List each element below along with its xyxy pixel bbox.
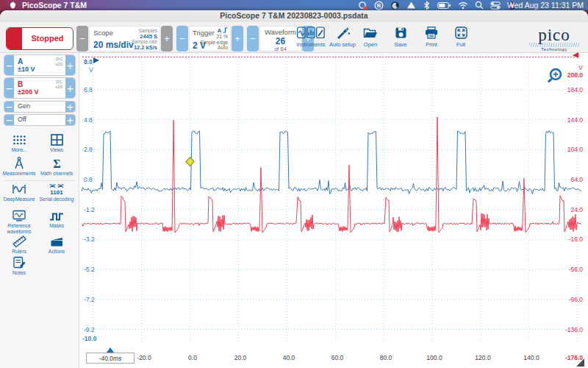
svg-text:1101: 1101 (50, 189, 63, 196)
timebase-decrease-button[interactable]: − (76, 26, 88, 52)
timebase-increase-button[interactable]: + (161, 26, 173, 52)
right-axis-tick-label[interactable]: 104.0 (535, 146, 583, 153)
waveform-previous-button[interactable]: − (247, 26, 259, 52)
off-decrease-button[interactable]: − (4, 115, 14, 125)
off-increase-button[interactable]: + (65, 115, 75, 125)
channel-b-id: B (18, 80, 23, 88)
moon-circle-icon[interactable] (390, 1, 400, 10)
scope-panel[interactable]: Scope 20 ms/div Samples 2445 S Sample ra… (89, 26, 160, 52)
sidebar-tool-more[interactable]: More... (1, 132, 37, 153)
time-reference-marker[interactable] (107, 347, 114, 353)
stop-start-button[interactable]: Stopped (6, 27, 74, 50)
left-axis-tick-label[interactable]: -3.2 (84, 236, 95, 243)
left-axis-tick-label[interactable]: -5.2 (84, 266, 95, 273)
left-axis-tick-label[interactable]: -9.2 (84, 326, 95, 333)
trigger-source: A (218, 27, 228, 34)
scope-panel-title: Scope (93, 29, 113, 37)
screen-record-icon[interactable] (358, 1, 368, 10)
left-axis-top-label[interactable]: 8.0 (84, 58, 93, 66)
generator-decrease-button[interactable]: − (4, 102, 14, 112)
left-axis-tick-label[interactable]: 0.8 (84, 176, 93, 183)
measurements-icon (1, 156, 37, 169)
trigger-mode: Simple edge (200, 40, 228, 45)
triangle-icon[interactable] (406, 1, 416, 10)
menubar-clock[interactable]: Wed Aug 23 11:31 PM (507, 0, 584, 10)
channel-a-panel[interactable]: − A DCx20 ±10 V + (4, 54, 76, 76)
channel-a-increase-button[interactable]: + (65, 55, 75, 75)
channel-b-panel[interactable]: − B DCx20 ±200 V + (4, 77, 76, 99)
svg-text:B: B (377, 2, 381, 9)
sidebar-tool-views[interactable]: Views (39, 132, 74, 153)
right-axis-tick-label[interactable]: -56.0 (535, 266, 583, 273)
left-axis-tick-label[interactable]: -7.2 (84, 296, 95, 303)
right-axis-tick-label[interactable]: 64.0 (535, 176, 583, 183)
bluetooth-icon[interactable] (423, 1, 431, 10)
trigger-marker-diamond[interactable] (186, 158, 194, 166)
trigger-panel[interactable]: Trigger 2 V A 21 % Simple edge Auto (189, 26, 231, 52)
channel-a-decrease-button[interactable]: − (4, 55, 14, 75)
actions-label: Actions (39, 249, 74, 255)
apple-menu-icon[interactable] (10, 1, 16, 9)
channel-b-increase-button[interactable]: + (65, 78, 75, 98)
battery-icon[interactable] (437, 1, 451, 10)
left-axis-tick-label[interactable]: 6.8 (84, 86, 93, 93)
sidebar-tool-deepmeasure[interactable]: DeepMeasure (1, 182, 37, 202)
left-axis-tick-label[interactable]: 2.8 (84, 146, 93, 153)
right-axis-unit: V (535, 64, 583, 71)
channel-b-range: ±200 V (18, 88, 38, 96)
left-axis-tick-label[interactable]: 4.8 (84, 116, 93, 124)
right-axis-tick-label[interactable]: 24.0 (535, 206, 583, 213)
time-axis-tick-label: 120.0 (461, 354, 505, 361)
generator-row[interactable]: − Gen + (4, 101, 76, 113)
channel-b-decrease-button[interactable]: − (4, 78, 14, 98)
left-axis-bottom-label[interactable]: -10.0 (82, 335, 96, 342)
right-axis-tick-label[interactable]: -96.0 (535, 296, 583, 303)
waveform-chart[interactable]: 8.0V6.84.82.80.8-1.2-3.2-5.2-7.2-9.2-10.… (79, 53, 588, 368)
macos-menu-bar: PicoScope 7 T&M B Wed Aug 23 11:31 PM (0, 0, 588, 10)
timebase-value[interactable]: 20 ms/div (93, 40, 134, 50)
channel-b-coupling: DCx20 (55, 79, 62, 89)
sidebar: − A DCx20 ±10 V + − B DCx20 ±200 V + − G… (0, 53, 79, 368)
trigger-decrease-button[interactable]: − (176, 26, 188, 52)
search-icon[interactable] (475, 1, 484, 10)
corner-resize-grip[interactable] (576, 358, 584, 367)
sidebar-tool-reference-waveforms[interactable]: Reference waveforms (1, 208, 37, 235)
sidebar-tool-masks[interactable]: Masks (39, 208, 74, 229)
channel-b-axis-marker[interactable] (573, 52, 578, 58)
sidebar-tool-notes[interactable]: Notes (1, 255, 37, 276)
generator-label: Gen (18, 102, 30, 110)
left-axis-tick-label[interactable]: -1.2 (84, 206, 95, 213)
sidebar-tool-math-channels[interactable]: ΣMath channels (39, 156, 74, 177)
channel-b-trace (82, 117, 581, 233)
right-axis-tick-label[interactable]: -16.0 (535, 236, 583, 243)
plot-area[interactable] (79, 55, 588, 346)
sidebar-tool-rulers[interactable]: Rulers (1, 234, 37, 255)
svg-text:Σ: Σ (53, 158, 60, 169)
full-button[interactable]: Full (441, 26, 481, 52)
right-axis-tick-label[interactable]: -136.0 (535, 326, 583, 333)
trigger-sub-mode: Auto (218, 45, 228, 50)
channel-a-id: A (18, 57, 23, 66)
sidebar-tool-actions[interactable]: Actions (39, 234, 74, 255)
off-row[interactable]: − Off + (4, 114, 76, 126)
control-center-icon[interactable] (490, 1, 501, 10)
time-axis-tick-label: 0.0 (171, 354, 215, 361)
right-axis-top-label[interactable]: 200.0 (535, 71, 583, 79)
right-axis-tick-label[interactable]: 144.0 (535, 116, 583, 124)
stop-block-icon (7, 28, 22, 49)
generator-increase-button[interactable]: + (65, 102, 75, 112)
trigger-increase-button[interactable]: + (232, 26, 243, 52)
channel-a-axis-marker[interactable] (93, 57, 99, 63)
masks-icon (39, 208, 74, 222)
masks-label: Masks (39, 223, 74, 229)
math-channels-icon: Σ (39, 156, 74, 169)
wifi-icon[interactable] (458, 1, 468, 10)
off-label: Off (18, 116, 26, 123)
menubar-app-name[interactable]: PicoScope 7 T&M (22, 0, 87, 10)
sidebar-tool-serial-decoding[interactable]: 1101Serial decoding (39, 182, 74, 202)
reference-waveforms-icon (1, 208, 37, 222)
b-badge-icon[interactable]: B (374, 1, 384, 10)
sidebar-tool-measurements[interactable]: Measurements (1, 156, 37, 177)
time-axis-tick-label: -20.0 (122, 354, 166, 361)
right-axis-tick-label[interactable]: 184.0 (535, 86, 583, 93)
